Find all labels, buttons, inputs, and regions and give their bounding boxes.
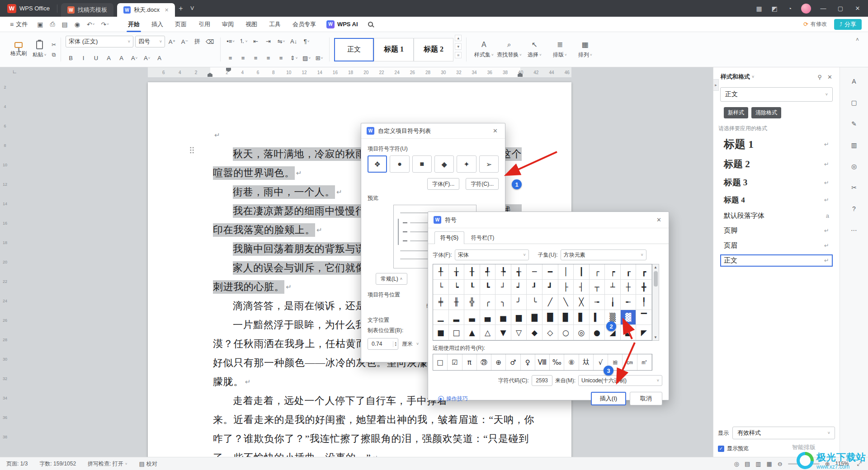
tab-template-store[interactable]: W 找稿壳模板 xyxy=(61,3,113,17)
style-item-heading4[interactable]: 标题 4 ↵ xyxy=(720,193,833,207)
collapse-ribbon-icon[interactable]: ˄ xyxy=(851,35,863,45)
style-gallery-cell[interactable]: 正文 xyxy=(334,38,374,61)
symbol-cell[interactable]: ╽ xyxy=(605,295,621,310)
decrease-font-icon[interactable]: A⁻ xyxy=(179,36,190,47)
symbol-cell[interactable]: └ xyxy=(433,280,449,295)
symbol-cell[interactable]: ▇ xyxy=(527,310,542,325)
gallery-more-icon[interactable]: ≡ xyxy=(455,52,462,58)
symbol-font-select[interactable]: 宋体˅ xyxy=(455,249,529,260)
arrange-button[interactable]: ▦ 排列˅ xyxy=(572,35,598,64)
clip-icon[interactable]: ✂ xyxy=(848,182,860,193)
bullet-option-star[interactable]: ✦ xyxy=(457,155,476,173)
wps-home-button[interactable]: W WPS Office xyxy=(0,0,57,17)
symbol-cell[interactable]: ╭ xyxy=(480,295,496,310)
asian-layout-icon[interactable]: ⇋˅ xyxy=(276,36,287,47)
style-item-heading2[interactable]: 标题 2 ↵ xyxy=(720,156,833,172)
symbol-cell[interactable]: ╫ xyxy=(449,295,465,310)
close-button[interactable]: ✕ xyxy=(850,2,865,15)
clear-format-icon[interactable]: ⌫ xyxy=(205,36,216,47)
share-button[interactable]: ⤴ 分享 xyxy=(834,19,862,30)
text-effects-icon[interactable]: A xyxy=(116,52,127,63)
recent-symbol-cell[interactable]: π xyxy=(462,354,477,370)
paste-button[interactable]: 粘贴˅ xyxy=(29,35,50,64)
bold-icon[interactable]: B xyxy=(66,52,76,63)
symbol-cell[interactable]: ┖ xyxy=(464,280,480,295)
theme-skin-icon[interactable]: ◩ xyxy=(768,3,781,14)
notification-icon[interactable]: ◔ xyxy=(783,3,797,14)
print-preview-icon[interactable]: ◉ xyxy=(71,21,84,28)
cancel-button[interactable]: 取消 xyxy=(630,392,662,405)
symbol-cell[interactable]: ╄ xyxy=(495,264,511,280)
smart-typeset-tag[interactable]: 智能排版 xyxy=(792,443,816,451)
symbol-cell[interactable]: ┬ xyxy=(590,280,605,295)
symbol-cell[interactable]: ╀ xyxy=(433,264,449,280)
select-button[interactable]: ↖ 选择˅ xyxy=(522,35,547,64)
new-style-button[interactable]: 新样式 xyxy=(724,107,748,118)
bullet-option-diamond-cluster[interactable]: ❖ xyxy=(368,155,387,173)
horizontal-ruler[interactable]: ∟ 642 2468101214161820222426283032343638… xyxy=(10,67,713,77)
menu-tab-home[interactable]: 开始 xyxy=(122,17,146,32)
justify-icon[interactable]: ≡ xyxy=(263,52,274,63)
underline-icon[interactable]: U xyxy=(91,52,102,63)
symbol-cell[interactable]: ▔ xyxy=(636,310,652,325)
advanced-toggle-button[interactable]: 常规(L)˄ xyxy=(376,273,407,285)
symbol-cell[interactable]: ◎ xyxy=(574,325,590,340)
bullet-list-icon[interactable]: •≡˅ xyxy=(225,36,236,47)
symbol-cell[interactable]: █ xyxy=(542,310,558,325)
border-icon[interactable]: ⊞˅ xyxy=(314,52,325,63)
bullet-option-square[interactable]: ■ xyxy=(412,155,432,173)
menu-tab-vip[interactable]: 会员专享 xyxy=(287,17,322,32)
symbol-cell[interactable]: ▃ xyxy=(464,310,480,325)
symbol-cell[interactable]: ╯ xyxy=(511,295,527,310)
symbol-cell[interactable]: ╾ xyxy=(621,295,637,310)
symbols-tab[interactable]: 符号(S) xyxy=(434,231,464,244)
symbol-cell[interactable]: ╃ xyxy=(480,264,496,280)
show-filter-select[interactable]: 有效样式˅ xyxy=(732,427,835,439)
dialog-titlebar[interactable]: W 自定义项目符号列表 ✕ xyxy=(361,123,505,139)
subset-select[interactable]: 方块元素˅ xyxy=(561,249,646,260)
symbol-cell[interactable]: ╲ xyxy=(558,295,574,310)
symbol-cell[interactable]: ╅ xyxy=(511,264,527,280)
encoding-select[interactable]: Unicode(十六进制)˅ xyxy=(578,375,662,386)
symbol-cell[interactable]: ┗ xyxy=(480,280,496,295)
style-item-body[interactable]: 正文 ↵ xyxy=(720,254,833,267)
undo-icon[interactable]: ↶˅ xyxy=(84,21,98,28)
find-replace-button[interactable]: ⌕ 查找替换˅ xyxy=(496,35,522,64)
symbol-cell[interactable]: ▽ xyxy=(511,325,527,340)
recent-symbol-cell[interactable]: 夶 xyxy=(579,354,594,370)
help-icon[interactable]: ? xyxy=(848,203,860,215)
edit-pen-icon[interactable]: ✎ xyxy=(848,118,860,130)
paragraph-drag-handle-icon[interactable] xyxy=(189,146,194,154)
font-size-select[interactable]: 四号˅ xyxy=(135,36,165,47)
format-panel-icon[interactable]: A xyxy=(848,75,860,87)
align-right-icon[interactable]: ≡ xyxy=(250,52,261,63)
italic-icon[interactable]: I xyxy=(78,52,89,63)
recent-symbol-cell[interactable]: ㉙ xyxy=(477,354,491,370)
number-list-icon[interactable]: ⒈˅ xyxy=(238,36,249,47)
read-mode-icon[interactable]: ▤ xyxy=(745,461,750,467)
style-item-default-font[interactable]: 默认段落字体 a xyxy=(720,210,833,222)
symbol-cell[interactable]: ╳ xyxy=(574,295,590,310)
modified-badge[interactable]: ⟳ 有修改 xyxy=(803,20,827,28)
bullet-option-diamond[interactable]: ◆ xyxy=(434,155,454,173)
style-item-footer[interactable]: 页脚 ↵ xyxy=(720,225,833,237)
menu-tab-review[interactable]: 审阅 xyxy=(216,17,240,32)
recent-symbol-cell[interactable]: ⑧ xyxy=(564,354,579,370)
tab-selector-icon[interactable]: ∟ xyxy=(12,69,17,74)
scroll-down-icon[interactable]: ▼ xyxy=(654,334,657,340)
symbol-cell[interactable]: ○ xyxy=(558,325,574,340)
style-gallery-cell[interactable]: 标题 1 xyxy=(374,38,414,61)
unit-dropdown-icon[interactable]: ˅ xyxy=(416,342,419,346)
symbol-cell[interactable]: ▄ xyxy=(480,310,496,325)
style-set-button[interactable]: A 样式集˅ xyxy=(471,35,496,64)
distribute-icon[interactable]: ≡ xyxy=(276,52,287,63)
close-icon[interactable]: ✕ xyxy=(491,127,500,135)
symbol-grid-scrollbar[interactable]: ▲ ▼ xyxy=(652,264,659,341)
symbol-cell[interactable]: ▋ xyxy=(574,310,590,325)
pin-icon[interactable]: ⚲ xyxy=(818,74,822,80)
scroll-up-icon[interactable]: ▲ xyxy=(654,264,657,270)
eye-protect-icon[interactable]: ◎ xyxy=(734,461,739,467)
symbol-bar-tab[interactable]: 符号栏(T) xyxy=(465,231,500,244)
more-icon[interactable]: ⋯ xyxy=(848,224,860,236)
style-gallery-cell[interactable]: 标题 2 xyxy=(414,38,453,61)
